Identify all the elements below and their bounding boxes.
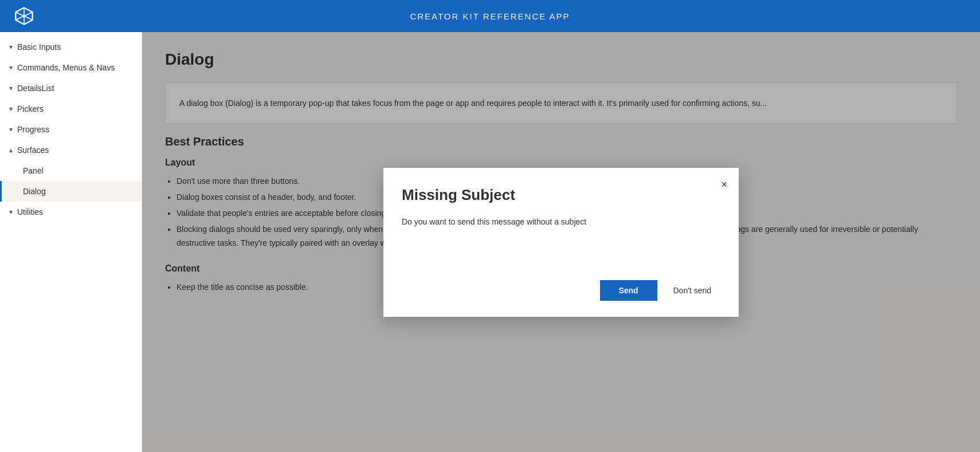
app-title: CREATOR KIT REFERENCE APP xyxy=(410,11,570,21)
chevron-icon: ▾ xyxy=(9,208,13,216)
sidebar-item-label: DetailsList xyxy=(17,84,54,93)
sidebar: ▾ Basic Inputs ▾ Commands, Menus & Navs … xyxy=(0,32,142,452)
dialog-send-button[interactable]: Send xyxy=(600,280,657,301)
sidebar-item-label: Surfaces xyxy=(17,146,49,155)
sidebar-item-label: Panel xyxy=(23,166,44,175)
chevron-icon: ▾ xyxy=(9,105,13,113)
chevron-icon: ▾ xyxy=(9,84,13,92)
sidebar-item-commands-menus-navs[interactable]: ▾ Commands, Menus & Navs xyxy=(0,57,142,78)
chevron-icon: ▾ xyxy=(9,43,13,51)
sidebar-item-progress[interactable]: ▾ Progress xyxy=(0,119,142,140)
dialog-footer: Send Don't send xyxy=(402,280,720,301)
dialog-overlay: × Missing Subject Do you want to send th… xyxy=(142,32,980,452)
dialog-body: Do you want to send this message without… xyxy=(402,215,720,262)
sidebar-item-label: Dialog xyxy=(23,187,46,196)
dialog-close-button[interactable]: × xyxy=(719,177,730,192)
sidebar-item-details-list[interactable]: ▾ DetailsList xyxy=(0,78,142,99)
sidebar-item-dialog[interactable]: Dialog xyxy=(0,181,142,202)
sidebar-item-utilities[interactable]: ▾ Utilities xyxy=(0,202,142,222)
dialog-title: Missing Subject xyxy=(402,186,720,204)
app-logo xyxy=(14,6,34,26)
sidebar-item-label: Utilities xyxy=(17,207,43,217)
sidebar-item-panel[interactable]: Panel xyxy=(0,160,142,181)
main-content: Dialog A dialog box (Dialog) is a tempor… xyxy=(142,32,980,452)
sidebar-item-label: Progress xyxy=(17,125,49,134)
sidebar-item-label: Basic Inputs xyxy=(17,42,61,52)
sidebar-item-surfaces[interactable]: ▴ Surfaces xyxy=(0,140,142,160)
chevron-icon: ▾ xyxy=(9,64,13,72)
chevron-icon: ▾ xyxy=(9,125,13,133)
sidebar-item-label: Commands, Menus & Navs xyxy=(17,63,115,72)
dialog-dont-send-button[interactable]: Don't send xyxy=(664,280,721,301)
top-header: CREATOR KIT REFERENCE APP xyxy=(0,0,980,32)
sidebar-item-pickers[interactable]: ▾ Pickers xyxy=(0,99,142,119)
chevron-icon: ▴ xyxy=(9,146,13,154)
sidebar-item-basic-inputs[interactable]: ▾ Basic Inputs xyxy=(0,37,142,57)
sidebar-item-label: Pickers xyxy=(17,104,44,113)
app-body: ▾ Basic Inputs ▾ Commands, Menus & Navs … xyxy=(0,32,980,452)
dialog: × Missing Subject Do you want to send th… xyxy=(383,168,739,317)
